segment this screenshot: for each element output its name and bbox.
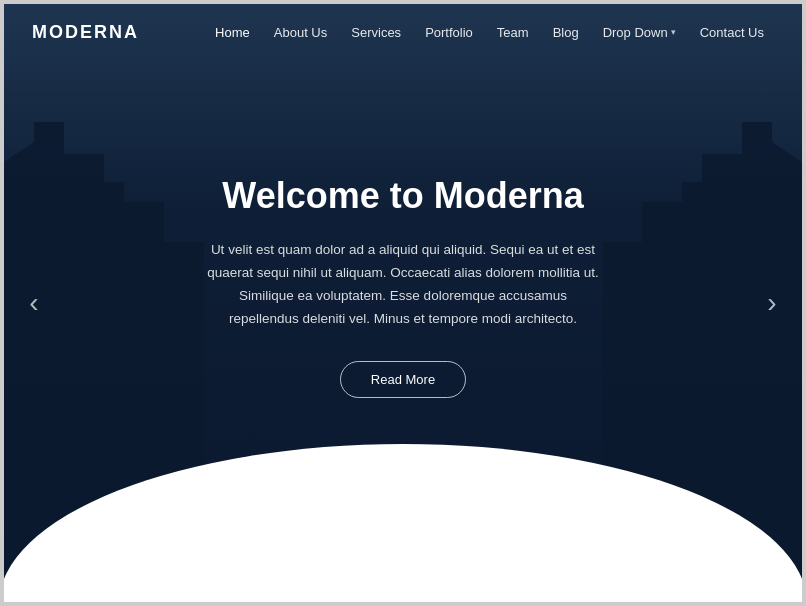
- nav-link-dropdown[interactable]: Drop Down ▾: [593, 19, 686, 46]
- nav-link-services[interactable]: Services: [341, 19, 411, 46]
- hero-description: Ut velit est quam dolor ad a aliquid qui…: [204, 239, 602, 331]
- carousel-next-button[interactable]: ›: [754, 285, 790, 321]
- nav-links: Home About Us Services Portfolio Team Bl…: [205, 19, 774, 46]
- brand-logo: MODERNA: [32, 22, 139, 43]
- nav-item-portfolio[interactable]: Portfolio: [415, 19, 483, 46]
- hero-content: Welcome to Moderna Ut velit est quam dol…: [4, 30, 802, 542]
- page-wrapper: MODERNA Home About Us Services Portfolio…: [0, 0, 806, 606]
- nav-link-blog[interactable]: Blog: [543, 19, 589, 46]
- chevron-down-icon: ▾: [671, 27, 676, 37]
- nav-link-team[interactable]: Team: [487, 19, 539, 46]
- carousel-prev-button[interactable]: ‹: [16, 285, 52, 321]
- hero-section: MODERNA Home About Us Services Portfolio…: [4, 4, 802, 602]
- nav-item-contact[interactable]: Contact Us: [690, 19, 774, 46]
- nav-item-blog[interactable]: Blog: [543, 19, 589, 46]
- nav-item-dropdown[interactable]: Drop Down ▾: [593, 19, 686, 46]
- nav-link-contact[interactable]: Contact Us: [690, 19, 774, 46]
- nav-link-about[interactable]: About Us: [264, 19, 337, 46]
- nav-item-home[interactable]: Home: [205, 19, 260, 46]
- nav-link-portfolio[interactable]: Portfolio: [415, 19, 483, 46]
- nav-item-team[interactable]: Team: [487, 19, 539, 46]
- navbar: MODERNA Home About Us Services Portfolio…: [4, 4, 802, 60]
- hero-title: Welcome to Moderna: [222, 174, 583, 217]
- read-more-button[interactable]: Read More: [340, 361, 466, 398]
- nav-item-about[interactable]: About Us: [264, 19, 337, 46]
- nav-link-home[interactable]: Home: [205, 19, 260, 46]
- nav-item-services[interactable]: Services: [341, 19, 411, 46]
